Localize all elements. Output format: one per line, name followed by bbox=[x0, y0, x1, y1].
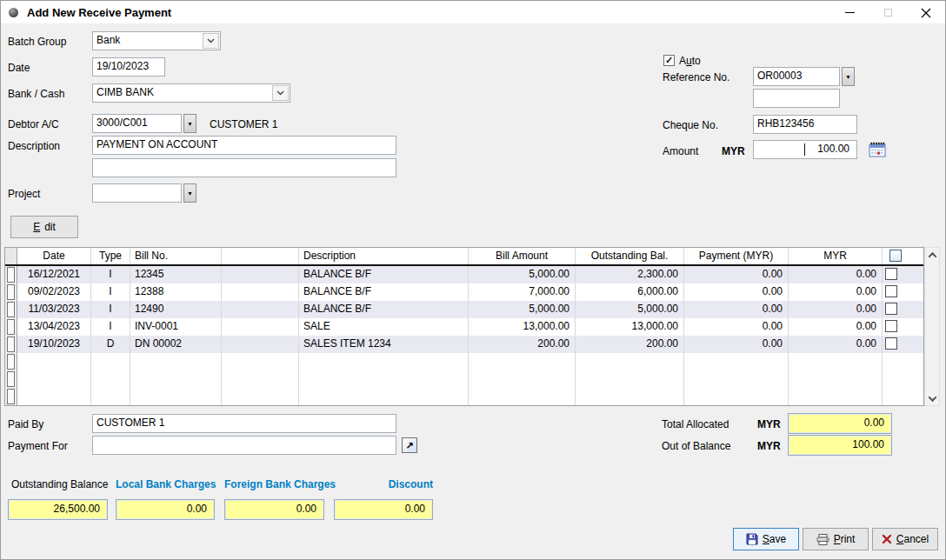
column-header-date[interactable]: Date bbox=[17, 248, 91, 264]
description-label: Description bbox=[8, 140, 60, 152]
description-input[interactable]: PAYMENT ON ACCOUNT bbox=[92, 136, 396, 155]
row-checkbox[interactable] bbox=[885, 285, 897, 297]
row-checkbox[interactable] bbox=[885, 337, 897, 350]
row-selector-box[interactable] bbox=[7, 337, 15, 352]
row-checkbox[interactable] bbox=[885, 268, 897, 280]
column-header-type[interactable]: Type bbox=[91, 248, 130, 264]
table-row[interactable]: 19/10/2023DDN 00002SALES ITEM 1234200.00… bbox=[5, 336, 923, 353]
cell-blank bbox=[222, 336, 299, 353]
cell-date bbox=[17, 353, 91, 370]
save-floppy-icon bbox=[746, 533, 758, 545]
local-bank-charges-value[interactable]: 0.00 bbox=[116, 499, 215, 520]
reference-no-input[interactable]: OR00003 bbox=[753, 67, 840, 86]
row-selector-box[interactable] bbox=[7, 354, 15, 370]
column-header-bill-no[interactable]: Bill No. bbox=[130, 248, 222, 264]
row-selector-corner[interactable] bbox=[5, 248, 17, 264]
row-selector-box[interactable] bbox=[7, 389, 15, 404]
scroll-up-button[interactable] bbox=[925, 248, 939, 262]
foreign-bank-charges-value[interactable]: 0.00 bbox=[224, 499, 324, 520]
reference-no-dropdown-button[interactable]: ▼ bbox=[842, 67, 855, 86]
out-of-balance-value: 100.00 bbox=[788, 435, 892, 456]
bank-cash-select[interactable]: CIMB BANK bbox=[92, 83, 290, 103]
auto-checkbox-label[interactable]: Auto bbox=[679, 55, 701, 67]
select-all-checkbox[interactable] bbox=[889, 250, 902, 262]
row-selector bbox=[5, 370, 17, 388]
date-input[interactable]: 19/10/2023 bbox=[92, 57, 165, 77]
chevron-down-icon[interactable] bbox=[272, 85, 289, 101]
cheque-no-label: Cheque No. bbox=[663, 119, 718, 131]
cell-select bbox=[883, 301, 925, 318]
cell-description: BALANCE B/F bbox=[299, 266, 469, 283]
cell-myr bbox=[789, 353, 883, 370]
print-button[interactable]: Print bbox=[803, 528, 869, 550]
project-input[interactable] bbox=[92, 183, 182, 203]
column-header-myr[interactable]: MYR bbox=[789, 248, 883, 264]
discount-value[interactable]: 0.00 bbox=[334, 499, 433, 520]
cell-bill-no: DN 00002 bbox=[130, 336, 222, 353]
cell-myr bbox=[789, 388, 883, 405]
table-vertical-scrollbar[interactable] bbox=[924, 247, 940, 406]
window-icon bbox=[9, 8, 18, 17]
cell-description: SALES ITEM 1234 bbox=[299, 336, 469, 353]
row-selector-box[interactable] bbox=[7, 319, 15, 335]
cell-outstanding-bal: 5,000.00 bbox=[576, 301, 684, 318]
cell-blank bbox=[222, 266, 299, 283]
description-input-2[interactable] bbox=[92, 158, 396, 177]
row-checkbox[interactable] bbox=[885, 320, 897, 332]
titlebar: Add New Receive Payment bbox=[1, 1, 945, 24]
column-header-payment-myr[interactable]: Payment (MYR) bbox=[684, 248, 789, 264]
total-allocated-currency: MYR bbox=[757, 418, 781, 430]
payment-for-input[interactable] bbox=[92, 436, 396, 455]
column-header-outstanding-bal[interactable]: Outstanding Bal. bbox=[576, 248, 684, 264]
row-selector bbox=[5, 336, 17, 353]
row-selector-box[interactable] bbox=[7, 267, 15, 283]
column-header-description[interactable]: Description bbox=[299, 248, 469, 264]
cell-myr: 0.00 bbox=[789, 318, 883, 336]
outstanding-balance-value: 26,500.00 bbox=[8, 499, 108, 520]
cancel-button[interactable]: Cancel bbox=[872, 528, 938, 550]
reference-no-input-2[interactable] bbox=[753, 89, 840, 108]
amount-input[interactable]: 100.00 bbox=[753, 140, 857, 159]
cell-blank bbox=[222, 370, 299, 388]
minimize-button[interactable] bbox=[830, 1, 869, 24]
cell-blank bbox=[222, 353, 299, 370]
debtor-input[interactable]: 3000/C001 bbox=[92, 114, 182, 133]
row-checkbox[interactable] bbox=[885, 303, 897, 315]
row-selector-box[interactable] bbox=[7, 371, 15, 387]
auto-checkbox[interactable]: ✓ bbox=[663, 55, 675, 66]
cell-bill-amount bbox=[469, 370, 576, 388]
cheque-no-input[interactable]: RHB123456 bbox=[753, 115, 857, 134]
calculator-calendar-icon[interactable] bbox=[869, 142, 886, 160]
edit-button[interactable]: Edit bbox=[10, 216, 78, 238]
paid-by-input[interactable]: CUSTOMER 1 bbox=[92, 414, 396, 433]
row-selector-box[interactable] bbox=[7, 302, 15, 317]
cell-bill-amount bbox=[469, 353, 576, 370]
table-row[interactable]: 09/02/2023I12388BALANCE B/F7,000.006,000… bbox=[5, 283, 923, 301]
total-allocated-label: Total Allocated bbox=[662, 418, 729, 430]
cell-description bbox=[299, 353, 469, 370]
cell-date: 09/02/2023 bbox=[17, 283, 91, 301]
column-header-blank[interactable] bbox=[222, 248, 299, 264]
batch-group-select[interactable]: Bank bbox=[92, 31, 221, 50]
debtor-dropdown-button[interactable]: ▼ bbox=[183, 114, 197, 133]
row-selector bbox=[5, 318, 17, 336]
cell-bill-no: 12490 bbox=[130, 301, 222, 318]
chevron-down-icon[interactable] bbox=[203, 33, 219, 49]
maximize-button[interactable] bbox=[869, 1, 907, 24]
payment-for-jump-button[interactable]: ↗ bbox=[402, 437, 417, 453]
project-dropdown-button[interactable]: ▼ bbox=[183, 183, 197, 203]
cell-myr: 0.00 bbox=[789, 301, 883, 318]
scroll-down-button[interactable] bbox=[925, 391, 939, 405]
column-header-bill-amount[interactable]: Bill Amount bbox=[469, 248, 576, 264]
save-button[interactable]: Save bbox=[733, 528, 799, 550]
table-row[interactable]: 11/03/2023I12490BALANCE B/F5,000.005,000… bbox=[5, 301, 923, 318]
printer-icon bbox=[816, 534, 829, 545]
local-bank-charges-label: Local Bank Charges bbox=[116, 478, 215, 490]
table-row[interactable]: 13/04/2023IINV-0001SALE13,000.0013,000.0… bbox=[5, 318, 923, 336]
close-button[interactable] bbox=[907, 1, 945, 24]
cell-bill-no bbox=[130, 388, 222, 405]
table-row[interactable]: 16/12/2021I12345BALANCE B/F5,000.002,300… bbox=[5, 266, 923, 283]
out-of-balance-currency: MYR bbox=[757, 440, 781, 452]
minimize-icon bbox=[845, 12, 855, 13]
row-selector-box[interactable] bbox=[7, 284, 15, 300]
